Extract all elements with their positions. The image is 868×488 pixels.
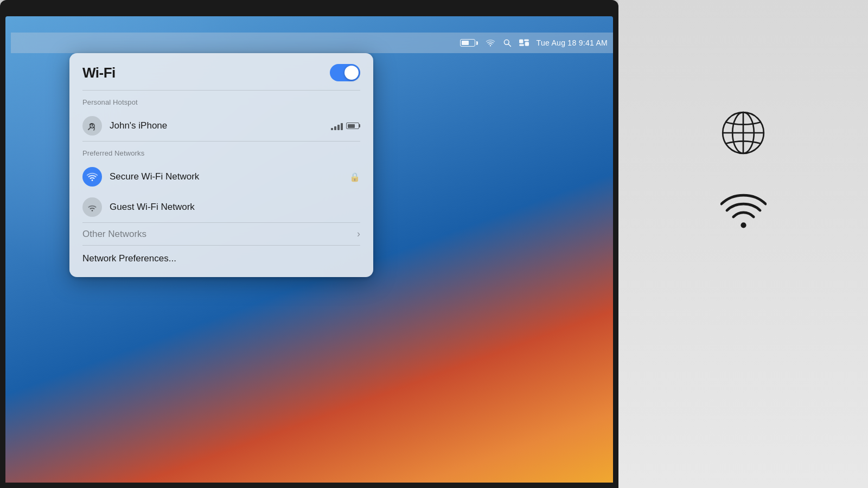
- svg-point-0: [504, 40, 509, 44]
- battery-icon: [460, 39, 478, 47]
- side-area: [618, 0, 868, 488]
- signal-bar-2: [334, 126, 336, 130]
- signal-bars: [331, 121, 343, 130]
- other-networks-label: Other Networks: [82, 229, 146, 240]
- signal-bar-4: [341, 123, 343, 130]
- signal-bar-1: [331, 128, 333, 130]
- svg-point-7: [92, 125, 93, 127]
- iphone-hotspot-item[interactable]: John's iPhone: [69, 111, 373, 141]
- desktop: Tue Aug 18 9:41 AM Wi-Fi Personal Hotspo…: [5, 16, 613, 483]
- menubar-right: Tue Aug 18 9:41 AM: [460, 38, 608, 47]
- signal-bar-3: [337, 125, 340, 130]
- secure-wifi-icon-wrap: [82, 167, 102, 187]
- search-icon[interactable]: [503, 38, 512, 47]
- svg-rect-5: [525, 42, 528, 46]
- panel-title: Wi-Fi: [82, 65, 116, 81]
- other-networks-item[interactable]: Other Networks ›: [69, 223, 373, 245]
- secure-wifi-item[interactable]: Secure Wi-Fi Network 🔒: [69, 162, 373, 192]
- battery-tip: [476, 41, 478, 45]
- toggle-knob: [344, 66, 359, 80]
- personal-hotspot-label: Personal Hotspot: [69, 91, 373, 111]
- iphone-name: John's iPhone: [110, 120, 323, 131]
- guest-wifi-name: Guest Wi-Fi Network: [110, 202, 360, 213]
- battery-fill: [462, 41, 469, 45]
- small-battery-body: [346, 123, 359, 129]
- panel-header: Wi-Fi: [69, 64, 373, 90]
- globe-icon-large: [719, 108, 768, 159]
- small-battery-fill: [348, 124, 355, 128]
- chevron-right-icon: ›: [357, 228, 360, 240]
- wifi-icon-large: [720, 192, 767, 235]
- menubar-datetime: Tue Aug 18 9:41 AM: [537, 38, 608, 47]
- network-prefs-label: Network Preferences...: [82, 253, 176, 264]
- small-battery-tip: [359, 124, 360, 127]
- svg-rect-2: [519, 39, 523, 43]
- secure-wifi-status: 🔒: [349, 172, 360, 182]
- iphone-status: [331, 121, 360, 130]
- wifi-menubar-icon[interactable]: [486, 39, 495, 47]
- wifi-panel: Wi-Fi Personal Hotspot John's iPhone: [69, 53, 373, 277]
- svg-rect-4: [519, 44, 524, 46]
- iphone-battery: [346, 123, 360, 129]
- control-center-icon[interactable]: [519, 39, 529, 47]
- secure-wifi-name: Secure Wi-Fi Network: [110, 171, 342, 182]
- lock-icon: 🔒: [349, 172, 360, 182]
- svg-rect-3: [524, 39, 529, 41]
- preferred-networks-label: Preferred Networks: [69, 142, 373, 162]
- guest-wifi-item[interactable]: Guest Wi-Fi Network: [69, 192, 373, 222]
- svg-line-1: [508, 44, 510, 46]
- hotspot-icon-wrap: [82, 116, 102, 136]
- wifi-toggle[interactable]: [330, 64, 360, 81]
- menubar: Tue Aug 18 9:41 AM: [11, 33, 613, 53]
- svg-point-12: [741, 222, 746, 228]
- guest-wifi-icon-wrap: [82, 197, 102, 217]
- network-prefs-item[interactable]: Network Preferences...: [69, 246, 373, 266]
- battery-body: [460, 39, 475, 47]
